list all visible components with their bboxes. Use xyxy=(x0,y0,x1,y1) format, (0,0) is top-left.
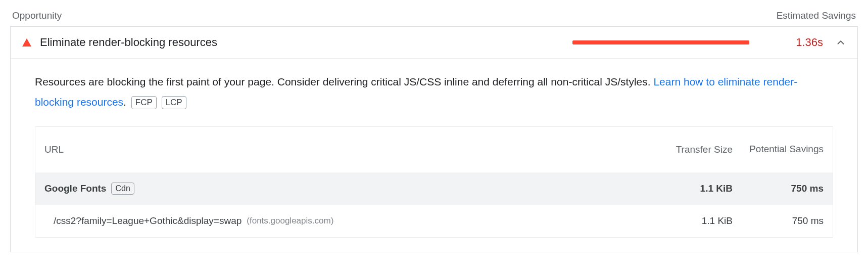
fail-triangle-icon xyxy=(22,37,32,48)
metric-badge-lcp: LCP xyxy=(162,96,186,109)
column-headers: Opportunity Estimated Savings xyxy=(10,10,858,26)
resource-path: /css2?family=League+Gothic&display=swap xyxy=(44,215,242,227)
table-row: /css2?family=League+Gothic&display=swap … xyxy=(35,205,833,237)
resource-host: (fonts.googleapis.com) xyxy=(247,216,333,226)
resource-url-cell: /css2?family=League+Gothic&display=swap … xyxy=(44,215,642,227)
svg-marker-0 xyxy=(22,38,31,47)
opportunity-title: Eliminate render-blocking resources xyxy=(40,36,217,49)
metric-badge-fcp: FCP xyxy=(131,96,157,109)
category-transfer-size: 1.1 KiB xyxy=(642,183,733,194)
description-period: . xyxy=(123,96,126,108)
opportunity-panel: Eliminate render-blocking resources 1.36… xyxy=(10,26,858,252)
opportunity-description: Resources are blocking the first paint o… xyxy=(35,72,833,112)
category-name: Google Fonts xyxy=(44,183,106,194)
header-url: URL xyxy=(44,144,642,155)
header-transfer-size: Transfer Size xyxy=(642,144,733,155)
opportunity-details: Resources are blocking the first paint o… xyxy=(11,59,857,252)
chevron-up-icon xyxy=(835,37,846,48)
savings-value: 1.36s xyxy=(773,36,823,49)
header-potential-savings: Potential Savings xyxy=(733,143,824,156)
resource-potential-savings: 750 ms xyxy=(733,215,824,227)
opportunity-heading: Opportunity xyxy=(12,10,62,21)
savings-bar xyxy=(572,40,749,44)
opportunity-summary-row[interactable]: Eliminate render-blocking resources 1.36… xyxy=(11,27,857,59)
resources-table: URL Transfer Size Potential Savings Goog… xyxy=(35,126,833,238)
table-category-row: Google Fonts Cdn 1.1 KiB 750 ms xyxy=(35,172,833,205)
resource-transfer-size: 1.1 KiB xyxy=(642,215,733,227)
category-potential-savings: 750 ms xyxy=(733,183,824,194)
table-header-row: URL Transfer Size Potential Savings xyxy=(35,127,833,172)
description-text: Resources are blocking the first paint o… xyxy=(35,76,653,87)
category-tag: Cdn xyxy=(111,183,134,195)
category-cell: Google Fonts Cdn xyxy=(44,183,642,195)
savings-heading: Estimated Savings xyxy=(777,10,856,21)
